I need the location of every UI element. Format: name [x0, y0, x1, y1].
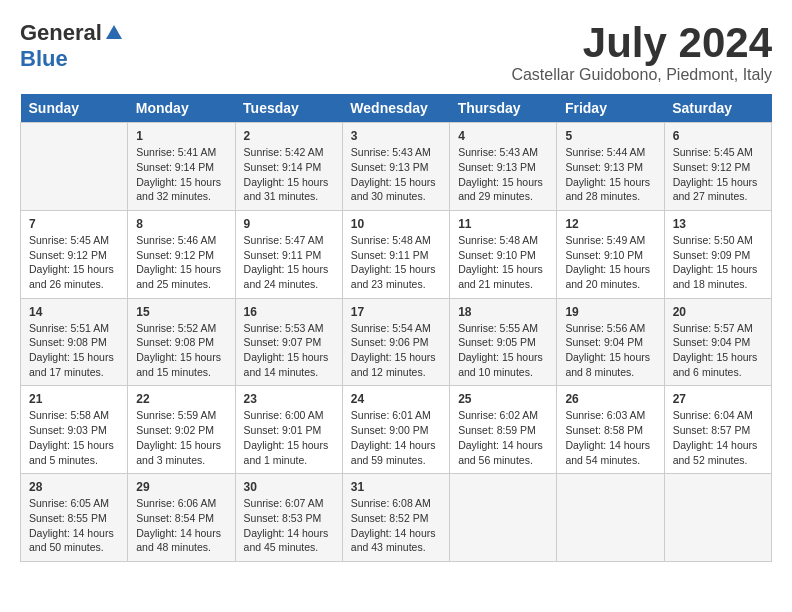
calendar-cell: 29Sunrise: 6:06 AM Sunset: 8:54 PM Dayli… — [128, 474, 235, 562]
calendar-table: SundayMondayTuesdayWednesdayThursdayFrid… — [20, 94, 772, 562]
calendar-cell: 31Sunrise: 6:08 AM Sunset: 8:52 PM Dayli… — [342, 474, 449, 562]
day-number: 7 — [29, 217, 119, 231]
logo-icon — [104, 23, 124, 43]
logo-general-text: General — [20, 20, 102, 46]
day-content: Sunrise: 5:55 AM Sunset: 9:05 PM Dayligh… — [458, 321, 548, 380]
day-content: Sunrise: 5:47 AM Sunset: 9:11 PM Dayligh… — [244, 233, 334, 292]
location: Castellar Guidobono, Piedmont, Italy — [511, 66, 772, 84]
day-content: Sunrise: 6:07 AM Sunset: 8:53 PM Dayligh… — [244, 496, 334, 555]
calendar-cell — [664, 474, 771, 562]
day-content: Sunrise: 6:06 AM Sunset: 8:54 PM Dayligh… — [136, 496, 226, 555]
calendar-cell: 25Sunrise: 6:02 AM Sunset: 8:59 PM Dayli… — [450, 386, 557, 474]
day-content: Sunrise: 5:57 AM Sunset: 9:04 PM Dayligh… — [673, 321, 763, 380]
day-content: Sunrise: 5:48 AM Sunset: 9:10 PM Dayligh… — [458, 233, 548, 292]
day-content: Sunrise: 5:52 AM Sunset: 9:08 PM Dayligh… — [136, 321, 226, 380]
day-number: 5 — [565, 129, 655, 143]
day-number: 23 — [244, 392, 334, 406]
day-number: 28 — [29, 480, 119, 494]
calendar-cell: 21Sunrise: 5:58 AM Sunset: 9:03 PM Dayli… — [21, 386, 128, 474]
day-content: Sunrise: 5:51 AM Sunset: 9:08 PM Dayligh… — [29, 321, 119, 380]
day-content: Sunrise: 6:03 AM Sunset: 8:58 PM Dayligh… — [565, 408, 655, 467]
logo-blue-text: Blue — [20, 46, 68, 71]
day-number: 24 — [351, 392, 441, 406]
calendar-cell: 2Sunrise: 5:42 AM Sunset: 9:14 PM Daylig… — [235, 123, 342, 211]
month-year: July 2024 — [511, 20, 772, 66]
header-cell-tuesday: Tuesday — [235, 94, 342, 123]
day-number: 20 — [673, 305, 763, 319]
day-number: 31 — [351, 480, 441, 494]
day-number: 19 — [565, 305, 655, 319]
day-number: 22 — [136, 392, 226, 406]
day-content: Sunrise: 6:08 AM Sunset: 8:52 PM Dayligh… — [351, 496, 441, 555]
day-content: Sunrise: 5:41 AM Sunset: 9:14 PM Dayligh… — [136, 145, 226, 204]
day-number: 21 — [29, 392, 119, 406]
day-number: 16 — [244, 305, 334, 319]
day-content: Sunrise: 5:45 AM Sunset: 9:12 PM Dayligh… — [673, 145, 763, 204]
day-number: 9 — [244, 217, 334, 231]
day-number: 18 — [458, 305, 548, 319]
header-cell-wednesday: Wednesday — [342, 94, 449, 123]
calendar-cell: 14Sunrise: 5:51 AM Sunset: 9:08 PM Dayli… — [21, 298, 128, 386]
day-number: 15 — [136, 305, 226, 319]
week-row-1: 7Sunrise: 5:45 AM Sunset: 9:12 PM Daylig… — [21, 210, 772, 298]
calendar-cell: 27Sunrise: 6:04 AM Sunset: 8:57 PM Dayli… — [664, 386, 771, 474]
page-header: General Blue July 2024 Castellar Guidobo… — [20, 20, 772, 84]
title-block: July 2024 Castellar Guidobono, Piedmont,… — [511, 20, 772, 84]
week-row-2: 14Sunrise: 5:51 AM Sunset: 9:08 PM Dayli… — [21, 298, 772, 386]
day-number: 25 — [458, 392, 548, 406]
day-number: 11 — [458, 217, 548, 231]
logo: General Blue — [20, 20, 124, 72]
day-content: Sunrise: 5:45 AM Sunset: 9:12 PM Dayligh… — [29, 233, 119, 292]
calendar-header: SundayMondayTuesdayWednesdayThursdayFrid… — [21, 94, 772, 123]
day-content: Sunrise: 5:48 AM Sunset: 9:11 PM Dayligh… — [351, 233, 441, 292]
day-content: Sunrise: 6:01 AM Sunset: 9:00 PM Dayligh… — [351, 408, 441, 467]
day-number: 27 — [673, 392, 763, 406]
day-number: 12 — [565, 217, 655, 231]
calendar-cell: 13Sunrise: 5:50 AM Sunset: 9:09 PM Dayli… — [664, 210, 771, 298]
calendar-body: 1Sunrise: 5:41 AM Sunset: 9:14 PM Daylig… — [21, 123, 772, 562]
calendar-cell: 20Sunrise: 5:57 AM Sunset: 9:04 PM Dayli… — [664, 298, 771, 386]
day-number: 8 — [136, 217, 226, 231]
day-content: Sunrise: 5:43 AM Sunset: 9:13 PM Dayligh… — [458, 145, 548, 204]
header-row: SundayMondayTuesdayWednesdayThursdayFrid… — [21, 94, 772, 123]
day-number: 29 — [136, 480, 226, 494]
day-number: 2 — [244, 129, 334, 143]
calendar-cell: 8Sunrise: 5:46 AM Sunset: 9:12 PM Daylig… — [128, 210, 235, 298]
calendar-cell: 6Sunrise: 5:45 AM Sunset: 9:12 PM Daylig… — [664, 123, 771, 211]
day-number: 6 — [673, 129, 763, 143]
day-content: Sunrise: 5:53 AM Sunset: 9:07 PM Dayligh… — [244, 321, 334, 380]
calendar-cell — [21, 123, 128, 211]
day-content: Sunrise: 5:58 AM Sunset: 9:03 PM Dayligh… — [29, 408, 119, 467]
day-number: 10 — [351, 217, 441, 231]
day-number: 1 — [136, 129, 226, 143]
day-number: 3 — [351, 129, 441, 143]
day-content: Sunrise: 5:59 AM Sunset: 9:02 PM Dayligh… — [136, 408, 226, 467]
calendar-cell: 1Sunrise: 5:41 AM Sunset: 9:14 PM Daylig… — [128, 123, 235, 211]
day-number: 14 — [29, 305, 119, 319]
day-content: Sunrise: 5:43 AM Sunset: 9:13 PM Dayligh… — [351, 145, 441, 204]
calendar-cell: 5Sunrise: 5:44 AM Sunset: 9:13 PM Daylig… — [557, 123, 664, 211]
day-content: Sunrise: 6:00 AM Sunset: 9:01 PM Dayligh… — [244, 408, 334, 467]
day-content: Sunrise: 6:05 AM Sunset: 8:55 PM Dayligh… — [29, 496, 119, 555]
day-content: Sunrise: 5:42 AM Sunset: 9:14 PM Dayligh… — [244, 145, 334, 204]
calendar-cell: 11Sunrise: 5:48 AM Sunset: 9:10 PM Dayli… — [450, 210, 557, 298]
day-content: Sunrise: 6:04 AM Sunset: 8:57 PM Dayligh… — [673, 408, 763, 467]
svg-marker-0 — [106, 25, 122, 39]
header-cell-saturday: Saturday — [664, 94, 771, 123]
calendar-cell: 12Sunrise: 5:49 AM Sunset: 9:10 PM Dayli… — [557, 210, 664, 298]
header-cell-friday: Friday — [557, 94, 664, 123]
calendar-cell: 4Sunrise: 5:43 AM Sunset: 9:13 PM Daylig… — [450, 123, 557, 211]
day-content: Sunrise: 6:02 AM Sunset: 8:59 PM Dayligh… — [458, 408, 548, 467]
calendar-cell: 16Sunrise: 5:53 AM Sunset: 9:07 PM Dayli… — [235, 298, 342, 386]
calendar-cell: 22Sunrise: 5:59 AM Sunset: 9:02 PM Dayli… — [128, 386, 235, 474]
day-content: Sunrise: 5:56 AM Sunset: 9:04 PM Dayligh… — [565, 321, 655, 380]
calendar-cell: 28Sunrise: 6:05 AM Sunset: 8:55 PM Dayli… — [21, 474, 128, 562]
day-number: 13 — [673, 217, 763, 231]
calendar-cell: 17Sunrise: 5:54 AM Sunset: 9:06 PM Dayli… — [342, 298, 449, 386]
calendar-cell: 18Sunrise: 5:55 AM Sunset: 9:05 PM Dayli… — [450, 298, 557, 386]
header-cell-monday: Monday — [128, 94, 235, 123]
header-cell-thursday: Thursday — [450, 94, 557, 123]
calendar-cell: 24Sunrise: 6:01 AM Sunset: 9:00 PM Dayli… — [342, 386, 449, 474]
day-number: 17 — [351, 305, 441, 319]
day-content: Sunrise: 5:44 AM Sunset: 9:13 PM Dayligh… — [565, 145, 655, 204]
